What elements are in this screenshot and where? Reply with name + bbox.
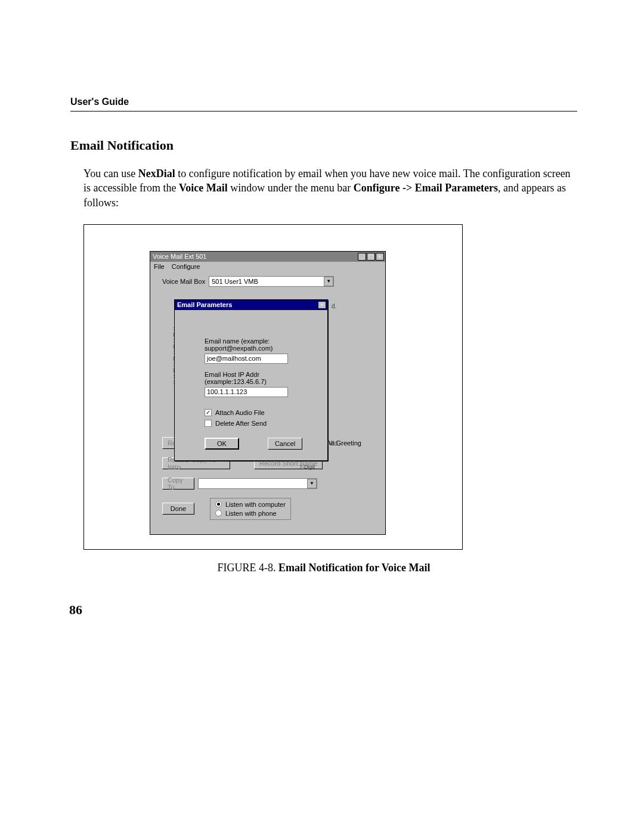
chevron-down-icon[interactable]: ▼ [307, 479, 317, 488]
cancel-button[interactable]: Cancel [268, 438, 302, 450]
text: You can use [83, 168, 138, 179]
host-ip-label: Email Host IP Addr (example:123.45.6.7) [205, 371, 319, 385]
listen-phone-radio[interactable] [215, 510, 222, 516]
window-name: Voice Mail [179, 182, 228, 194]
caption-prefix: FIGURE 4-8. [217, 562, 278, 574]
section-title: Email Notification [70, 138, 577, 153]
listen-phone-label: Listen with phone [225, 510, 277, 517]
header-rule [70, 111, 577, 112]
close-icon[interactable]: × [318, 301, 326, 309]
email-name-value: joe@mailhost.com [207, 355, 261, 362]
vmb-select[interactable]: 501 User1 VMB ▼ [209, 276, 334, 287]
voice-mail-window: Voice Mail Ext 501 _ □ × File Configure … [150, 251, 386, 535]
running-head: User's Guide [70, 97, 577, 107]
menu-configure[interactable]: Configure [172, 263, 200, 270]
listen-radio-group: Listen with computer Listen with phone [210, 498, 291, 520]
cut-text-7digit: 7-Digit [299, 464, 315, 470]
copy-to-button[interactable]: Copy To [162, 478, 194, 490]
maximize-icon[interactable]: □ [367, 253, 375, 261]
close-icon[interactable]: × [376, 253, 384, 261]
email-name-label: Email name (example: support@nexpath.com… [205, 337, 319, 352]
ok-button[interactable]: OK [205, 438, 239, 450]
attach-audio-checkbox[interactable]: ✓ [205, 409, 212, 416]
email-name-input[interactable]: joe@mailhost.com [205, 354, 288, 364]
menu-file[interactable]: File [154, 263, 165, 270]
product-name: NexDial [138, 168, 175, 179]
menu-bar: File Configure [150, 262, 385, 271]
delete-after-send-label: Delete After Send [215, 420, 267, 427]
menu-path: Configure -> Email Parameters [354, 182, 498, 194]
email-parameters-dialog: Email Parameters × Email name (example: … [174, 299, 328, 461]
figure-frame: Voice Mail Ext 501 _ □ × File Configure … [83, 224, 463, 550]
attach-audio-label: Attach Audio File [215, 409, 265, 416]
listen-computer-radio[interactable] [215, 501, 222, 507]
window-title: Voice Mail Ext 501 [153, 253, 357, 260]
caption-title: Email Notification for Voice Mail [278, 562, 431, 574]
page-number: 86 [69, 602, 82, 618]
figure-caption: FIGURE 4-8. Email Notification for Voice… [70, 562, 577, 574]
chevron-down-icon[interactable]: ▼ [324, 277, 333, 286]
minimize-icon[interactable]: _ [358, 253, 366, 261]
delete-after-send-checkbox[interactable] [205, 420, 212, 427]
dialog-titlebar[interactable]: Email Parameters × [175, 300, 327, 310]
cut-text-id: d. [332, 303, 336, 309]
copy-to-select[interactable]: ▼ [198, 478, 317, 489]
vmb-value: 501 User1 VMB [212, 278, 258, 285]
text: window under the menu bar [228, 182, 354, 194]
body-paragraph: You can use NexDial to configure notific… [83, 166, 572, 210]
done-button[interactable]: Done [162, 503, 194, 515]
cut-text-hod: hod [327, 440, 338, 447]
dialog-title: Email Parameters [177, 301, 317, 308]
vmb-label: Voice Mail Box [162, 278, 205, 285]
listen-computer-label: Listen with computer [225, 501, 286, 508]
host-ip-input[interactable]: 100.1.1.1.123 [205, 387, 288, 397]
window-titlebar[interactable]: Voice Mail Ext 501 _ □ × [150, 252, 385, 262]
host-ip-value: 100.1.1.1.123 [207, 388, 247, 395]
